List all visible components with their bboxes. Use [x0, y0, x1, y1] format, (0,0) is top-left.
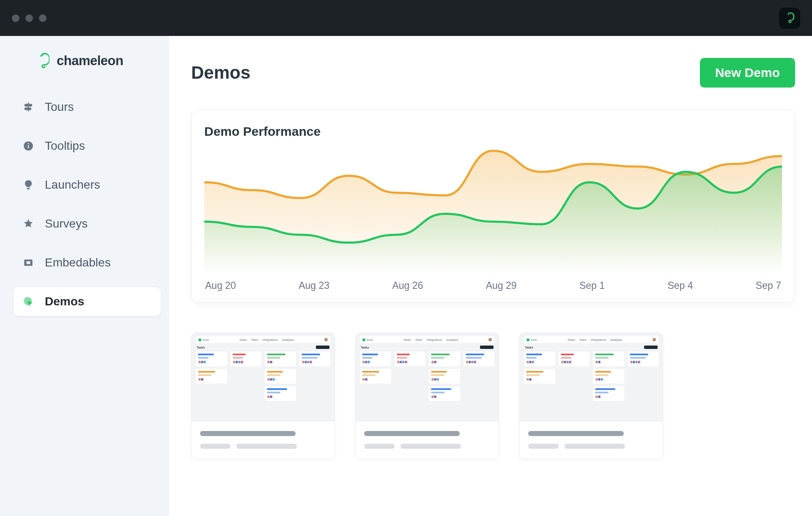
preview-topbar: tunio TasksTeamIntegrationsAnalytics	[196, 336, 330, 343]
avatar-icon	[324, 338, 328, 341]
kanban-card	[593, 369, 624, 384]
kanban-board	[360, 351, 494, 401]
page-title: Demos	[191, 63, 250, 83]
sidebar-item-label: Launchers	[45, 178, 100, 192]
app-corner-logo	[779, 8, 800, 29]
close-traffic-light[interactable]	[12, 14, 19, 22]
preview-subbar: Tasks	[360, 346, 494, 349]
sidebar-item-label: Tooltips	[45, 139, 85, 153]
kanban-card	[524, 351, 555, 366]
placeholder-meta	[200, 444, 230, 449]
demo-card-footer	[356, 422, 499, 459]
sidebar-item-label: Tours	[45, 100, 74, 114]
main-content: Demos New Demo Demo Performance Aug 20Au…	[169, 36, 812, 516]
x-axis-tick: Sep 7	[756, 280, 781, 291]
window-titlebar	[0, 0, 812, 36]
kanban-card	[299, 351, 331, 366]
placeholder-meta	[236, 444, 297, 449]
sidebar-item-label: Demos	[45, 295, 84, 308]
demo-preview: tunio TasksTeamIntegrationsAnalytics Tas…	[356, 333, 499, 422]
kanban-card	[196, 351, 227, 366]
svg-rect-4	[27, 261, 30, 264]
kanban-board	[196, 351, 330, 401]
chart-area	[204, 143, 782, 274]
preview-subbar: Tasks	[196, 346, 330, 349]
kanban-card	[395, 351, 426, 366]
brand: chameleon	[6, 53, 163, 88]
kanban-card	[230, 351, 262, 366]
demo-card[interactable]: tunio TasksTeamIntegrationsAnalytics Tas…	[355, 332, 499, 459]
page-header: Demos New Demo	[191, 58, 795, 88]
sidebar-item-tours[interactable]: Tours	[14, 93, 161, 121]
placeholder-meta	[528, 444, 559, 449]
kanban-card	[429, 351, 460, 366]
demo-card-footer	[520, 422, 663, 459]
chart-card: Demo Performance Aug 20Aug 23Aug 26Aug 2…	[191, 110, 795, 303]
preview-subbar: Tasks	[524, 346, 658, 349]
kanban-card	[524, 369, 555, 384]
chart-x-axis: Aug 20Aug 23Aug 26Aug 29Sep 1Sep 4Sep 7	[204, 274, 782, 291]
chameleon-logo-icon	[36, 53, 52, 69]
placeholder-title	[200, 431, 296, 436]
kanban-card	[429, 386, 460, 401]
waypoints-icon	[22, 101, 35, 113]
kanban-card	[360, 351, 391, 366]
x-axis-tick: Aug 20	[205, 280, 236, 291]
tooltip-icon	[22, 140, 35, 152]
sidebar-item-label: Surveys	[45, 217, 88, 231]
avatar-icon	[488, 338, 492, 341]
kanban-board	[524, 351, 658, 401]
x-axis-tick: Aug 29	[486, 280, 517, 291]
placeholder-meta	[401, 444, 461, 449]
kanban-card	[593, 351, 624, 366]
sidebar-item-label: Embedables	[45, 256, 111, 269]
sidebar-item-tooltips[interactable]: Tooltips	[14, 132, 161, 160]
avatar-icon	[653, 338, 656, 341]
embed-icon	[22, 256, 35, 269]
kanban-card	[429, 369, 460, 384]
placeholder-meta	[364, 444, 395, 449]
demo-card-footer	[192, 422, 335, 459]
demo-card[interactable]: tunio TasksTeamIntegrationsAnalytics Tas…	[519, 332, 663, 459]
brand-name: chameleon	[57, 53, 123, 69]
maximize-traffic-light[interactable]	[39, 14, 47, 22]
x-axis-tick: Aug 23	[299, 280, 329, 291]
minimize-traffic-light[interactable]	[25, 14, 33, 22]
kanban-card	[559, 351, 590, 366]
chart-title: Demo Performance	[204, 124, 782, 139]
svg-point-2	[28, 143, 29, 144]
svg-rect-1	[28, 145, 29, 148]
sidebar-nav: Tours Tooltips Launchers Surveys	[6, 88, 163, 316]
kanban-card	[196, 369, 227, 384]
bulb-icon	[22, 178, 35, 191]
kanban-card	[628, 351, 659, 366]
sidebar-item-embedables[interactable]: Embedables	[14, 248, 161, 277]
demo-preview: tunio TasksTeamIntegrationsAnalytics Tas…	[192, 333, 335, 422]
x-axis-tick: Sep 1	[579, 280, 605, 291]
sidebar-item-surveys[interactable]: Surveys	[14, 209, 161, 238]
placeholder-title	[364, 431, 460, 436]
kanban-card	[464, 351, 495, 366]
kanban-card	[593, 386, 624, 401]
traffic-lights	[12, 14, 47, 22]
chameleon-icon	[783, 12, 796, 25]
demo-preview: tunio TasksTeamIntegrationsAnalytics Tas…	[520, 333, 663, 422]
kanban-card	[265, 369, 296, 384]
star-icon	[22, 217, 35, 230]
demo-grid: tunio TasksTeamIntegrationsAnalytics Tas…	[191, 332, 795, 459]
cursor-click-icon	[22, 295, 35, 308]
performance-chart	[204, 143, 782, 274]
sidebar-item-launchers[interactable]: Launchers	[14, 170, 161, 199]
placeholder-title	[528, 431, 624, 436]
demo-card[interactable]: tunio TasksTeamIntegrationsAnalytics Tas…	[191, 332, 335, 459]
kanban-card	[360, 369, 391, 384]
kanban-card	[265, 386, 296, 401]
preview-topbar: tunio TasksTeamIntegrationsAnalytics	[524, 336, 658, 343]
placeholder-meta	[565, 444, 625, 449]
sidebar: chameleon Tours Tooltips Launchers	[0, 36, 169, 516]
preview-topbar: tunio TasksTeamIntegrationsAnalytics	[360, 336, 494, 343]
new-demo-button[interactable]: New Demo	[700, 58, 795, 88]
kanban-card	[265, 351, 296, 366]
sidebar-item-demos[interactable]: Demos	[14, 287, 161, 316]
x-axis-tick: Sep 4	[667, 280, 693, 291]
